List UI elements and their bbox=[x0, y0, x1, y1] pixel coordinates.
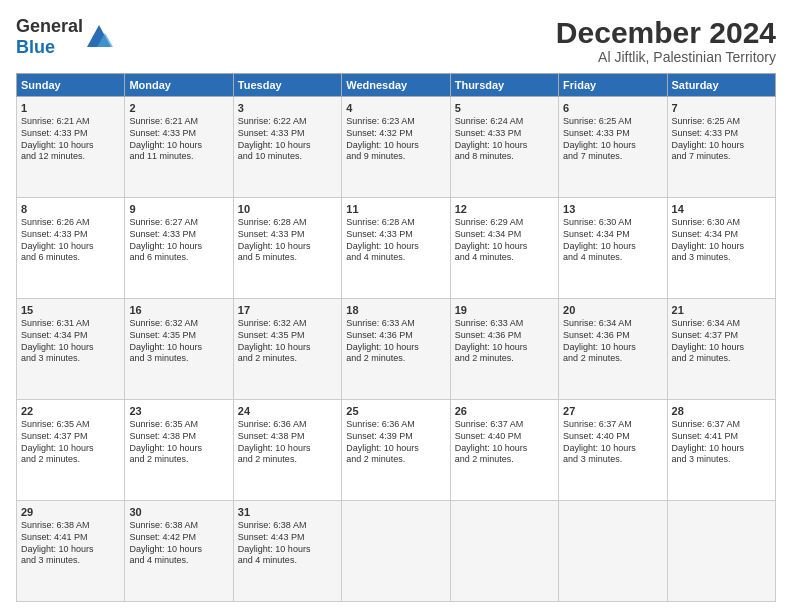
day-number: 27 bbox=[563, 404, 662, 418]
daylight-text: Daylight: 10 hoursand 3 minutes. bbox=[21, 544, 94, 566]
sunset-text: Sunset: 4:37 PM bbox=[21, 431, 88, 441]
sunset-text: Sunset: 4:36 PM bbox=[346, 330, 413, 340]
sunrise-text: Sunrise: 6:37 AM bbox=[672, 419, 741, 429]
day-number: 31 bbox=[238, 505, 337, 519]
day-number: 12 bbox=[455, 202, 554, 216]
sunrise-text: Sunrise: 6:37 AM bbox=[563, 419, 632, 429]
sunset-text: Sunset: 4:40 PM bbox=[563, 431, 630, 441]
day-number: 29 bbox=[21, 505, 120, 519]
sunset-text: Sunset: 4:35 PM bbox=[129, 330, 196, 340]
sunset-text: Sunset: 4:40 PM bbox=[455, 431, 522, 441]
calendar-cell bbox=[559, 501, 667, 602]
col-sunday: Sunday bbox=[17, 74, 125, 97]
daylight-text: Daylight: 10 hoursand 4 minutes. bbox=[455, 241, 528, 263]
calendar-cell: 31Sunrise: 6:38 AMSunset: 4:43 PMDayligh… bbox=[233, 501, 341, 602]
sunset-text: Sunset: 4:41 PM bbox=[21, 532, 88, 542]
daylight-text: Daylight: 10 hoursand 10 minutes. bbox=[238, 140, 311, 162]
sunset-text: Sunset: 4:35 PM bbox=[238, 330, 305, 340]
calendar-cell: 26Sunrise: 6:37 AMSunset: 4:40 PMDayligh… bbox=[450, 400, 558, 501]
daylight-text: Daylight: 10 hoursand 4 minutes. bbox=[238, 544, 311, 566]
day-number: 26 bbox=[455, 404, 554, 418]
col-thursday: Thursday bbox=[450, 74, 558, 97]
day-number: 8 bbox=[21, 202, 120, 216]
col-monday: Monday bbox=[125, 74, 233, 97]
calendar-cell: 8Sunrise: 6:26 AMSunset: 4:33 PMDaylight… bbox=[17, 198, 125, 299]
sunset-text: Sunset: 4:33 PM bbox=[21, 229, 88, 239]
calendar-cell: 20Sunrise: 6:34 AMSunset: 4:36 PMDayligh… bbox=[559, 299, 667, 400]
day-number: 3 bbox=[238, 101, 337, 115]
col-friday: Friday bbox=[559, 74, 667, 97]
day-number: 23 bbox=[129, 404, 228, 418]
daylight-text: Daylight: 10 hoursand 2 minutes. bbox=[563, 342, 636, 364]
day-number: 2 bbox=[129, 101, 228, 115]
sunrise-text: Sunrise: 6:32 AM bbox=[129, 318, 198, 328]
daylight-text: Daylight: 10 hoursand 6 minutes. bbox=[129, 241, 202, 263]
calendar-cell: 2Sunrise: 6:21 AMSunset: 4:33 PMDaylight… bbox=[125, 97, 233, 198]
sunset-text: Sunset: 4:39 PM bbox=[346, 431, 413, 441]
day-number: 18 bbox=[346, 303, 445, 317]
calendar-cell: 21Sunrise: 6:34 AMSunset: 4:37 PMDayligh… bbox=[667, 299, 775, 400]
day-number: 16 bbox=[129, 303, 228, 317]
sunrise-text: Sunrise: 6:31 AM bbox=[21, 318, 90, 328]
daylight-text: Daylight: 10 hoursand 3 minutes. bbox=[21, 342, 94, 364]
calendar-cell bbox=[667, 501, 775, 602]
daylight-text: Daylight: 10 hoursand 2 minutes. bbox=[346, 342, 419, 364]
daylight-text: Daylight: 10 hoursand 7 minutes. bbox=[672, 140, 745, 162]
daylight-text: Daylight: 10 hoursand 2 minutes. bbox=[455, 342, 528, 364]
sunrise-text: Sunrise: 6:38 AM bbox=[21, 520, 90, 530]
sunrise-text: Sunrise: 6:36 AM bbox=[346, 419, 415, 429]
calendar-cell: 25Sunrise: 6:36 AMSunset: 4:39 PMDayligh… bbox=[342, 400, 450, 501]
sunset-text: Sunset: 4:43 PM bbox=[238, 532, 305, 542]
calendar-week-row: 1Sunrise: 6:21 AMSunset: 4:33 PMDaylight… bbox=[17, 97, 776, 198]
day-number: 5 bbox=[455, 101, 554, 115]
day-number: 1 bbox=[21, 101, 120, 115]
sunset-text: Sunset: 4:38 PM bbox=[129, 431, 196, 441]
calendar-header-row: Sunday Monday Tuesday Wednesday Thursday… bbox=[17, 74, 776, 97]
daylight-text: Daylight: 10 hoursand 2 minutes. bbox=[238, 342, 311, 364]
calendar-cell: 19Sunrise: 6:33 AMSunset: 4:36 PMDayligh… bbox=[450, 299, 558, 400]
calendar-cell: 15Sunrise: 6:31 AMSunset: 4:34 PMDayligh… bbox=[17, 299, 125, 400]
sunrise-text: Sunrise: 6:32 AM bbox=[238, 318, 307, 328]
sunrise-text: Sunrise: 6:21 AM bbox=[129, 116, 198, 126]
sunrise-text: Sunrise: 6:33 AM bbox=[346, 318, 415, 328]
calendar-cell: 13Sunrise: 6:30 AMSunset: 4:34 PMDayligh… bbox=[559, 198, 667, 299]
calendar-cell: 14Sunrise: 6:30 AMSunset: 4:34 PMDayligh… bbox=[667, 198, 775, 299]
title-area: December 2024 Al Jiftlik, Palestinian Te… bbox=[556, 16, 776, 65]
sunrise-text: Sunrise: 6:28 AM bbox=[346, 217, 415, 227]
calendar-cell: 24Sunrise: 6:36 AMSunset: 4:38 PMDayligh… bbox=[233, 400, 341, 501]
calendar-cell: 27Sunrise: 6:37 AMSunset: 4:40 PMDayligh… bbox=[559, 400, 667, 501]
col-wednesday: Wednesday bbox=[342, 74, 450, 97]
page-title: December 2024 bbox=[556, 16, 776, 49]
day-number: 6 bbox=[563, 101, 662, 115]
sunrise-text: Sunrise: 6:35 AM bbox=[129, 419, 198, 429]
calendar-cell: 30Sunrise: 6:38 AMSunset: 4:42 PMDayligh… bbox=[125, 501, 233, 602]
day-number: 20 bbox=[563, 303, 662, 317]
sunset-text: Sunset: 4:34 PM bbox=[21, 330, 88, 340]
sunrise-text: Sunrise: 6:27 AM bbox=[129, 217, 198, 227]
day-number: 9 bbox=[129, 202, 228, 216]
sunset-text: Sunset: 4:37 PM bbox=[672, 330, 739, 340]
daylight-text: Daylight: 10 hoursand 7 minutes. bbox=[563, 140, 636, 162]
daylight-text: Daylight: 10 hoursand 12 minutes. bbox=[21, 140, 94, 162]
sunrise-text: Sunrise: 6:23 AM bbox=[346, 116, 415, 126]
calendar-cell bbox=[342, 501, 450, 602]
sunrise-text: Sunrise: 6:25 AM bbox=[563, 116, 632, 126]
calendar-cell: 29Sunrise: 6:38 AMSunset: 4:41 PMDayligh… bbox=[17, 501, 125, 602]
daylight-text: Daylight: 10 hoursand 4 minutes. bbox=[346, 241, 419, 263]
sunrise-text: Sunrise: 6:25 AM bbox=[672, 116, 741, 126]
logo-text: General Blue bbox=[16, 16, 83, 58]
calendar-cell: 16Sunrise: 6:32 AMSunset: 4:35 PMDayligh… bbox=[125, 299, 233, 400]
calendar-cell bbox=[450, 501, 558, 602]
sunset-text: Sunset: 4:33 PM bbox=[129, 128, 196, 138]
day-number: 19 bbox=[455, 303, 554, 317]
sunrise-text: Sunrise: 6:29 AM bbox=[455, 217, 524, 227]
sunrise-text: Sunrise: 6:38 AM bbox=[129, 520, 198, 530]
daylight-text: Daylight: 10 hoursand 3 minutes. bbox=[563, 443, 636, 465]
day-number: 14 bbox=[672, 202, 771, 216]
daylight-text: Daylight: 10 hoursand 4 minutes. bbox=[129, 544, 202, 566]
sunset-text: Sunset: 4:33 PM bbox=[21, 128, 88, 138]
calendar-week-row: 8Sunrise: 6:26 AMSunset: 4:33 PMDaylight… bbox=[17, 198, 776, 299]
calendar-cell: 11Sunrise: 6:28 AMSunset: 4:33 PMDayligh… bbox=[342, 198, 450, 299]
sunset-text: Sunset: 4:33 PM bbox=[455, 128, 522, 138]
calendar-cell: 22Sunrise: 6:35 AMSunset: 4:37 PMDayligh… bbox=[17, 400, 125, 501]
